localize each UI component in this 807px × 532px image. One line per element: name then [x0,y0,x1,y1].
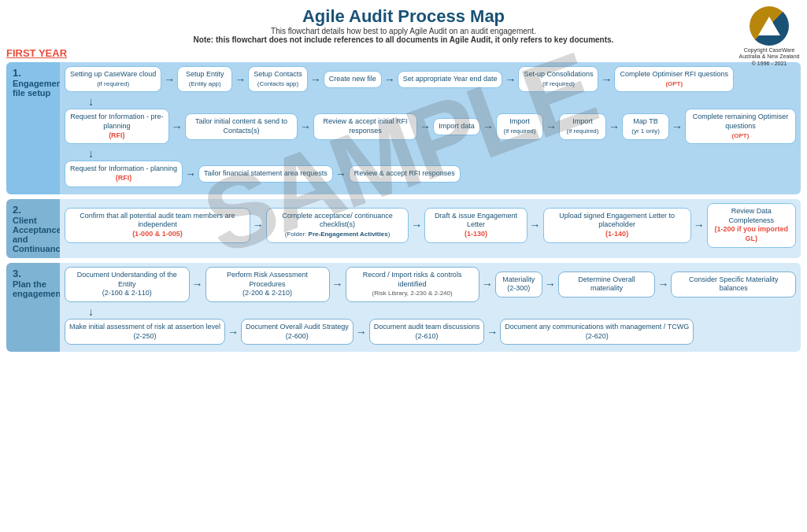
arrow16: → [252,219,265,231]
arrow14: → [184,168,197,180]
down-arrow3: ↓ [65,305,796,318]
down-arrow1: ↓ [65,95,796,108]
box-acceptance-checklist[interactable]: Complete acceptance/ continuance checkli… [266,208,409,243]
box-audit-strategy[interactable]: Document Overall Audit Strategy (2-600) [241,319,354,345]
section3-title: Plan the engagement [13,279,54,298]
logo: Copyright CaseWare Australia & New Zeala… [738,6,801,67]
arrow13: → [671,120,683,133]
arrow11: → [545,120,557,133]
section1: 1. Engagement file setup Setting up Case… [6,62,801,194]
down-arrow2: ↓ [65,147,796,160]
box-initial-assessment[interactable]: Make initial assessment of risk at asser… [65,319,225,345]
arrow1: → [163,73,176,86]
box-tailor-initial[interactable]: Tailor initial content & send to Contact… [185,113,298,139]
arrow15: → [335,168,347,180]
box-rfi-preplanning[interactable]: Request for Information - pre-planning (… [65,109,169,144]
section1-row3: Request for Information - planning (RFI)… [65,161,796,187]
box-consolidations[interactable]: Set-up Consolidations (if required) [518,66,598,92]
box-team-discussions[interactable]: Document audit team discussions (2-610) [369,319,485,345]
box-year-end-date[interactable]: Set appropriate Year end date [398,71,503,88]
note-text: this flowchart does not include referenc… [216,35,613,44]
section1-number: 1. [13,67,54,79]
arrow26: → [355,326,368,338]
section1-label: 1. Engagement file setup [6,62,60,194]
box-optimiser-rfi[interactable]: Complete Optimiser RFI questions (OPT) [614,66,734,92]
section2-title: Client Acceptance and Continuance [13,216,54,253]
logo-triangle [758,17,780,35]
arrow20: → [191,278,204,290]
arrow25: → [227,326,239,338]
box-independent[interactable]: Confirm that all potential audit team me… [65,208,250,243]
section2: 2. Client Acceptance and Continuance Con… [6,199,801,258]
arrow23: → [544,278,557,290]
page-title: Agile Audit Process Map [6,6,801,27]
arrow24: → [657,278,669,290]
note: Note: this flowchart does not include re… [6,35,801,44]
section1-row1: Setting up CaseWare cloud (if required) … [65,66,796,92]
arrow4: → [383,73,396,86]
arrow5: → [504,73,516,86]
arrow27: → [486,326,498,338]
logo-copyright: Copyright CaseWare Australia & New Zeala… [738,47,801,67]
section1-content: Setting up CaseWare cloud (if required) … [60,62,801,194]
box-materiality[interactable]: Materiality (2-300) [495,272,542,297]
box-tailor-financial[interactable]: Tailor financial statement area requests [198,165,333,183]
arrow18: → [529,219,542,231]
first-year-label: FIRST YEAR [6,47,801,59]
box-setup-entity[interactable]: Setup Entity (Entity app) [177,66,232,92]
section3-row1: Document Understanding of the Entity (2-… [65,267,796,302]
header: Copyright CaseWare Australia & New Zeala… [6,6,801,44]
box-import-data[interactable]: Import data [433,118,480,135]
box-setup-contacts[interactable]: Setup Contacts (Contacts app) [248,66,308,92]
arrow19: → [693,219,705,231]
box-doc-understanding[interactable]: Document Understanding of the Entity (2-… [65,267,190,302]
arrow2: → [234,73,246,86]
box-import2[interactable]: Import (if required) [496,113,543,139]
box-import3[interactable]: Import (if required) [559,113,606,139]
arrow21: → [331,278,344,290]
box-review-initial-rfi[interactable]: Review & accept initial RFI responses [313,113,417,139]
box-rfi-planning[interactable]: Request for Information - planning (RFI) [65,161,183,187]
arrow6: → [600,73,613,86]
arrow3: → [309,73,322,86]
arrow12: → [608,120,620,133]
box-upload-signed[interactable]: Upload signed Engagement Letter to place… [543,208,691,243]
box-engagement-letter[interactable]: Draft & issue Engagement Letter (1-130) [424,208,527,243]
arrow10: → [482,120,494,133]
section3-content: Document Understanding of the Entity (2-… [60,263,801,352]
note-label: Note: [194,35,214,44]
section3-number: 3. [13,268,54,279]
subtitle: This flowchart details how best to apply… [6,27,801,35]
box-complete-remaining[interactable]: Complete remaining Optimiser questions (… [685,109,796,144]
arrow22: → [481,278,494,290]
section2-content: Confirm that all potential audit team me… [60,199,801,258]
section2-number: 2. [13,204,54,216]
box-communications-mgmt[interactable]: Document any communications with managem… [500,319,694,345]
section3: 3. Plan the engagement Document Understa… [6,263,801,352]
arrow7: → [171,120,183,133]
section2-label: 2. Client Acceptance and Continuance [6,199,60,258]
box-map-tb[interactable]: Map TB (yr 1 only) [622,113,669,139]
box-review-accept-rfi[interactable]: Review & accept RFI responses [349,165,461,183]
logo-circle [750,6,789,46]
page: Copyright CaseWare Australia & New Zeala… [0,0,807,532]
arrow9: → [419,120,431,133]
section3-row2: Make initial assessment of risk at asser… [65,319,796,345]
section1-title: Engagement file setup [13,79,54,98]
section3-label: 3. Plan the engagement [6,263,60,352]
box-record-risks[interactable]: Record / Import risks & controls identif… [346,267,479,302]
box-overall-materiality[interactable]: Determine Overall materiality [558,272,656,297]
box-risk-assessment[interactable]: Perform Risk Assessment Procedures (2-20… [205,267,330,302]
arrow17: → [410,219,423,231]
box-specific-materiality[interactable]: Consider Specific Materiality balances [671,272,796,297]
section1-row2: Request for Information - pre-planning (… [65,109,796,144]
box-review-data[interactable]: Review Data Completeness (1-200 if you i… [707,203,796,248]
section2-row1: Confirm that all potential audit team me… [65,203,796,248]
box-caseware-cloud[interactable]: Setting up CaseWare cloud (if required) [65,66,161,92]
arrow8: → [299,120,312,133]
box-create-new-file[interactable]: Create new file [324,71,382,88]
